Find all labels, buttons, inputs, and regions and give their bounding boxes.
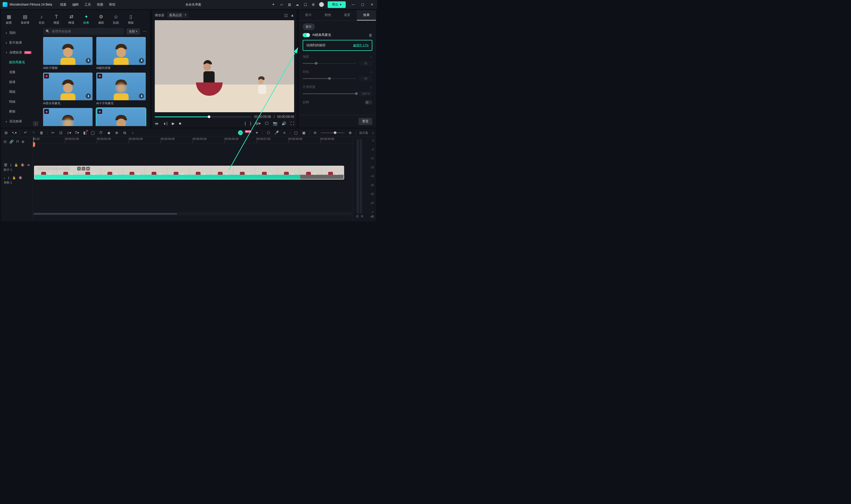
inspector-tab-speed[interactable]: 速度	[338, 10, 357, 20]
effect-card[interactable]: ◆⬇ AI墨水馬賽克	[43, 73, 93, 106]
sidebar-item-emotion[interactable]: 情緒	[1, 97, 40, 107]
download-icon[interactable]: ⬇	[139, 58, 144, 63]
marker-button[interactable]: ⬡	[266, 131, 271, 135]
video-preview[interactable]	[155, 20, 294, 112]
volume-button[interactable]: 🔊	[282, 121, 286, 126]
redo-button[interactable]: ↷	[31, 131, 36, 135]
inspector-pill[interactable]: 影片	[303, 23, 315, 30]
download-icon[interactable]: ⬇	[86, 93, 91, 99]
tab-audio[interactable]: ♪音頻	[36, 12, 47, 26]
delete-effect-button[interactable]: 🗑	[368, 33, 372, 37]
eye-icon[interactable]: 👁	[27, 164, 30, 167]
detect-progress[interactable]: 處理中 17%	[353, 43, 368, 47]
compare-icon[interactable]: ◫	[284, 13, 288, 17]
tl-cursor-icon[interactable]: ↖▾	[12, 131, 17, 135]
audio-track-header[interactable]: ♪1🔓🔇 音軌 1	[1, 174, 33, 187]
inspector-tab-color[interactable]: 顏色	[318, 10, 338, 20]
snap-button[interactable]: ▣	[301, 131, 306, 135]
effect-card[interactable]: ◆⬇ AI模糊馬賽克	[43, 108, 93, 126]
ai-button[interactable]: AI	[238, 130, 243, 135]
filter-button[interactable]: 全部▾	[126, 29, 140, 35]
opacity-value[interactable]: 100 %	[359, 91, 372, 96]
more-tools-button[interactable]: ›	[130, 131, 135, 135]
split-button[interactable]: ✂	[51, 131, 55, 135]
strength-slider[interactable]	[303, 63, 356, 64]
tab-template[interactable]: ▯模板	[126, 12, 136, 26]
color-button[interactable]: ◧	[83, 131, 87, 135]
ratio-button[interactable]: ⊟▾	[256, 121, 260, 126]
tl-tracks-icon[interactable]: ⊡	[4, 140, 7, 144]
snapshot-button[interactable]: 📷	[273, 121, 277, 126]
inspector-tab-video[interactable]: 影片	[299, 10, 318, 20]
tl-magnet-icon[interactable]: ⊓	[16, 140, 19, 144]
sidebar-item-surround[interactable]: 環繞	[1, 87, 40, 97]
collapse-sidebar-button[interactable]: ‹	[33, 121, 38, 126]
user-avatar[interactable]	[319, 2, 324, 7]
zoom-slider[interactable]	[321, 132, 345, 133]
tab-stock[interactable]: ▤素材庫	[19, 12, 32, 26]
stop-button[interactable]: ■	[179, 121, 181, 126]
menu-file[interactable]: 檔案	[60, 2, 67, 7]
crop-button[interactable]: ⊡	[58, 131, 63, 135]
voiceover-button[interactable]: 🎤	[274, 131, 279, 135]
lock-icon[interactable]: 🔓	[14, 163, 18, 167]
step-back-button[interactable]: ⏴|	[163, 121, 167, 126]
mark-in-button[interactable]: {	[245, 121, 246, 126]
speed-button[interactable]: ⏱	[98, 131, 103, 135]
timeline-scrollbar[interactable]	[33, 213, 352, 215]
group-button[interactable]: ⧉	[122, 131, 127, 135]
progress-bar[interactable]	[155, 116, 252, 117]
undo-button[interactable]: ↶	[23, 131, 28, 135]
mute-icon[interactable]: 🔇	[19, 176, 22, 180]
reset-button[interactable]: 重置	[359, 118, 372, 125]
prev-frame-button[interactable]: ⏮	[155, 121, 159, 126]
sidebar-item-outline[interactable]: 描邊	[1, 77, 40, 87]
timeline-ruler[interactable]: 00:00 00:00:01:00 00:00:02:00 00:00:03:0…	[33, 137, 352, 143]
feather-value[interactable]: 50	[359, 76, 372, 81]
search-box[interactable]: 🔍	[43, 28, 124, 35]
mute-icon[interactable]: 🔇	[21, 163, 24, 167]
tab-effects[interactable]: ✦效果	[81, 12, 91, 26]
more-options-button[interactable]: ⋯	[142, 29, 147, 34]
reset-param-icon[interactable]: ◇	[370, 70, 372, 74]
mixer-button[interactable]: ≡	[282, 131, 287, 135]
video-track-header[interactable]: 🎬1🔓🔇👁 影片 1	[1, 161, 33, 174]
close-button[interactable]: ✕	[371, 3, 375, 6]
menu-tools[interactable]: 工具	[85, 2, 91, 7]
mask-button[interactable]: ◯	[90, 131, 95, 135]
quality-select[interactable]: 最高品質	[167, 12, 188, 18]
tl-link-icon[interactable]: 🔗	[9, 140, 14, 144]
search-input[interactable]	[52, 30, 122, 33]
headphones-icon[interactable]: 🎧	[303, 2, 307, 7]
maximize-button[interactable]: ▢	[361, 3, 365, 6]
effect-card[interactable]: ◆+ AI經典馬賽克	[96, 108, 146, 126]
strength-value[interactable]: 25	[359, 61, 372, 66]
effect-card[interactable]: ◆⬇ AI十字馬賽克	[96, 73, 146, 106]
render-button[interactable]: ▢	[293, 131, 298, 135]
opacity-slider[interactable]	[303, 93, 356, 94]
sidebar-item-body-effects[interactable]: ▾身體效果NEW	[1, 48, 40, 57]
meter-chevron-icon[interactable]: ▴	[372, 132, 374, 134]
menu-view[interactable]: 視圖	[97, 2, 103, 7]
text-button[interactable]: T▾	[74, 131, 79, 135]
tracking-button[interactable]: ⊕	[114, 131, 119, 135]
music-button[interactable]: ♫▾	[67, 131, 71, 135]
feather-slider[interactable]	[303, 78, 356, 79]
tab-media[interactable]: ▦媒體	[4, 12, 14, 26]
tab-title[interactable]: T標題	[51, 12, 61, 26]
effect-card[interactable]: ⬇ AI粒子模糊	[43, 37, 93, 70]
tab-filter[interactable]: ⚙濾鏡	[96, 12, 106, 26]
tab-transition[interactable]: ⇄轉場	[66, 12, 76, 26]
download-icon[interactable]: ⬇	[139, 93, 144, 99]
keyframe-button[interactable]: ◆	[106, 131, 111, 135]
sidebar-item-face-mosaic[interactable]: 臉部馬賽克	[1, 57, 40, 67]
export-button[interactable]: 導出▾	[328, 1, 346, 8]
delete-button[interactable]: 🗑	[39, 131, 44, 135]
zoom-in-button[interactable]: ⊕	[348, 131, 352, 135]
image-icon[interactable]: ▧	[287, 2, 291, 7]
mark-out-button[interactable]: }	[250, 121, 251, 126]
minimize-button[interactable]: —	[351, 3, 355, 6]
effect-card[interactable]: ⬇ AI縱向拼接	[96, 37, 146, 70]
sidebar-item-wipe-face[interactable]: 擦臉	[1, 107, 40, 116]
reset-param-icon[interactable]: ◇	[370, 85, 372, 89]
